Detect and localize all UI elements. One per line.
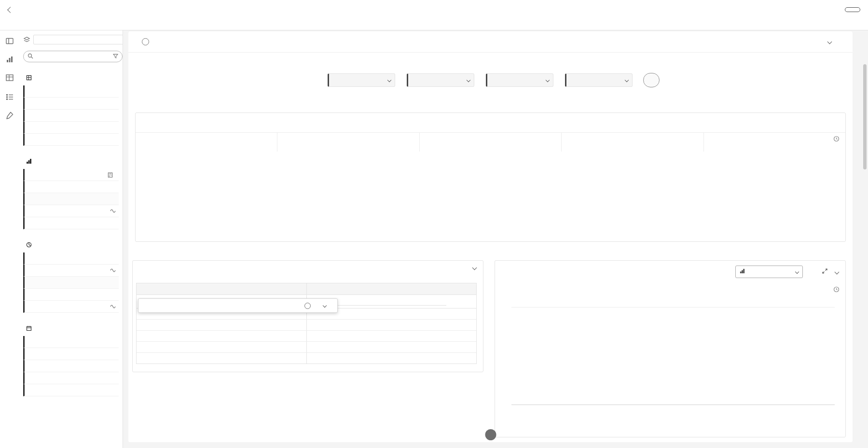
value-cell[interactable]: [306, 331, 476, 341]
viz-color-dot: [142, 118, 147, 122]
mesure-item-pageview[interactable]: [23, 217, 119, 229]
freeform-table-icon[interactable]: [4, 72, 15, 84]
segment-item-empty[interactable]: [23, 277, 119, 289]
bar-card-header: [495, 261, 845, 281]
quick-insights-controls: [128, 73, 853, 87]
segment-item-visites-recurrentes[interactable]: [23, 265, 119, 277]
analyser-dropdown[interactable]: [328, 73, 395, 87]
viz-color-dot: [139, 266, 144, 270]
legend-item[interactable]: [277, 133, 419, 152]
dimension-item-details-canal[interactable]: [23, 134, 119, 146]
metric-column-header[interactable]: [306, 283, 476, 294]
help-icon[interactable]: [142, 38, 149, 45]
filtrer-par-dropdown[interactable]: [486, 73, 553, 87]
donut-ring[interactable]: [464, 167, 518, 221]
dimension-item-page[interactable]: [23, 85, 119, 98]
filter-funnel-icon[interactable]: [113, 52, 118, 61]
collapse-chevron-icon[interactable]: [472, 266, 477, 270]
trend-wave-icon: [110, 268, 116, 273]
table-row[interactable]: [137, 331, 476, 342]
freeform-table: [136, 283, 477, 364]
chevron-down-icon: [466, 78, 470, 82]
value-cell[interactable]: [306, 342, 476, 352]
chevron-down-icon: [795, 270, 799, 274]
time-range-clock-icon[interactable]: [833, 135, 840, 144]
search-icon: [28, 52, 33, 61]
viz-type-select[interactable]: [735, 266, 803, 278]
vertical-scrollbar[interactable]: [863, 64, 867, 169]
legend-swatch: [567, 138, 572, 142]
legend-swatch: [426, 138, 430, 142]
value-cell[interactable]: [306, 320, 476, 330]
periode-item-ce-trimestre[interactable]: [23, 348, 119, 360]
back-button[interactable]: [5, 4, 15, 15]
time-range-clock-icon[interactable]: [833, 286, 840, 294]
segment-item-toutes-les-visites[interactable]: [23, 289, 119, 301]
dimensions-icon: [26, 75, 32, 81]
dimension-item-linklabel[interactable]: [23, 110, 119, 122]
donut-segment-gap: [490, 167, 491, 176]
donut-card: [135, 112, 846, 242]
periode-item-30-derniers-jours[interactable]: [23, 336, 119, 348]
collapse-chevron-icon[interactable]: [835, 269, 840, 274]
mesure-item-engagement-rate[interactable]: [23, 169, 119, 181]
bar-legend[interactable]: [503, 286, 508, 293]
active-dropdown[interactable]: [565, 73, 633, 87]
donut-legend: [136, 132, 845, 152]
table-hover-toolbar: [138, 298, 338, 313]
panel-top-input[interactable]: [33, 35, 123, 44]
legend-item[interactable]: [703, 133, 845, 152]
layers-icon: [23, 36, 30, 43]
donut-chart-area: [136, 154, 845, 226]
dimension-item-pageurl[interactable]: [23, 122, 119, 134]
mesures-items: [23, 169, 119, 229]
viz-color-dot: [502, 270, 506, 274]
info-icon[interactable]: [304, 303, 311, 309]
visualizations-icon[interactable]: [4, 54, 15, 65]
resync-builder-button[interactable]: [643, 73, 660, 87]
periode-item-cette-annee[interactable]: [23, 360, 119, 372]
mesure-item-temps-moyen[interactable]: [23, 205, 119, 217]
trend-wave-icon: [110, 304, 116, 309]
mesures-header: [23, 155, 119, 167]
left-icon-rail: [0, 30, 19, 448]
periode-item-dernier-trimestre[interactable]: [23, 372, 119, 384]
share-button[interactable]: [845, 7, 860, 12]
segment-item-sessions-engagement[interactable]: [23, 252, 119, 265]
segment-item-premieres-visites[interactable]: [23, 301, 119, 313]
mesure-item-visites[interactable]: [23, 181, 119, 193]
expand-icon[interactable]: [822, 267, 828, 276]
panels-icon[interactable]: [4, 35, 15, 47]
mesure-item-dash[interactable]: [23, 193, 119, 205]
table-row[interactable]: [137, 320, 476, 331]
components-list-icon[interactable]: [4, 91, 15, 103]
bar-chart-card: [495, 260, 846, 437]
chevron-down-icon: [387, 78, 391, 82]
dimension-item-canal-marketing[interactable]: [23, 98, 119, 110]
legend-item[interactable]: [419, 133, 561, 152]
trend-wave-icon: [110, 209, 116, 213]
periode-item-60-derniers-jours[interactable]: [23, 384, 119, 396]
table-row[interactable]: [137, 342, 476, 353]
table-row[interactable]: [137, 353, 476, 364]
en-fonction-de-dropdown[interactable]: [407, 73, 474, 87]
tutorial-highlight-table-icon: [3, 71, 16, 84]
legend-item[interactable]: [136, 133, 277, 152]
apercu-rapide-panel: [128, 31, 853, 442]
legend-item[interactable]: [561, 133, 703, 152]
panel-top-row: [23, 34, 119, 45]
chevron-down-icon[interactable]: [323, 304, 327, 308]
collapse-panel-chevron-icon[interactable]: [827, 40, 832, 44]
legend-swatch: [141, 138, 146, 142]
legend-swatch: [503, 288, 508, 293]
search-input[interactable]: [36, 53, 110, 60]
legend-swatch: [710, 138, 715, 142]
annotate-brush-icon[interactable]: [4, 110, 15, 121]
periodes-header: [23, 322, 119, 334]
bar-slots: [511, 307, 835, 405]
donut-card-header: [136, 113, 845, 125]
mesures-icon: [26, 158, 32, 164]
value-cell[interactable]: [306, 353, 476, 364]
add-visualization-button[interactable]: [485, 429, 496, 440]
section-mesures: [23, 155, 119, 229]
